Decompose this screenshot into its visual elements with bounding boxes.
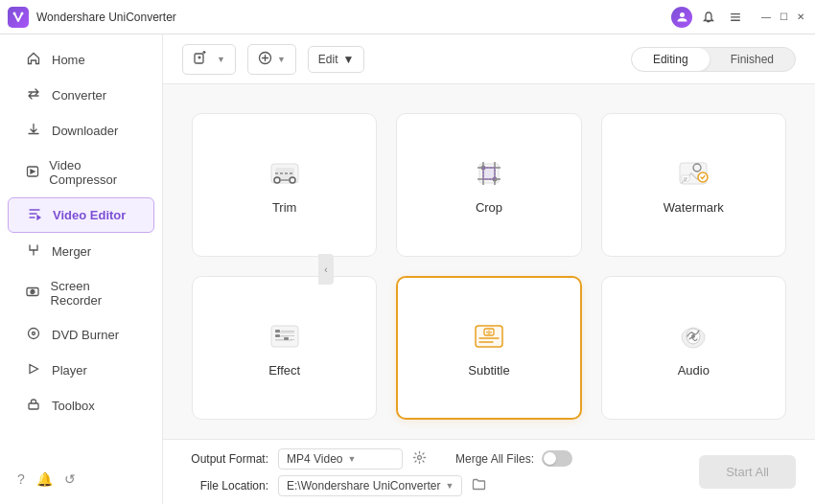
app-logo	[8, 7, 29, 28]
effect-icon	[268, 319, 302, 354]
converter-icon	[25, 87, 42, 103]
watermark-card[interactable]: Watermark	[601, 113, 786, 257]
location-chevron: ▼	[446, 481, 454, 491]
maximize-button[interactable]: ☐	[777, 11, 790, 24]
trim-card[interactable]: Trim	[192, 113, 377, 257]
title-bar: Wondershare UniConverter — ☐ ✕	[0, 0, 815, 34]
sidebar-item-label: DVD Burner	[52, 328, 119, 342]
sidebar-item-label: Merger	[52, 244, 91, 259]
tab-finished[interactable]: Finished	[710, 48, 795, 71]
user-icon[interactable]	[671, 7, 692, 28]
title-bar-right: — ☐ ✕	[671, 7, 807, 28]
close-button[interactable]: ✕	[794, 11, 807, 24]
svg-rect-12	[29, 403, 38, 409]
audio-card[interactable]: Audio	[601, 276, 786, 420]
svg-point-11	[33, 332, 35, 335]
sidebar-item-label: Home	[52, 53, 85, 67]
sidebar-item-screen-recorder[interactable]: Screen Recorder	[8, 270, 154, 316]
sidebar-item-player[interactable]: Player	[8, 354, 154, 387]
effect-card[interactable]: Effect	[192, 276, 377, 420]
subtitle-card[interactable]: Subtitle	[396, 276, 581, 420]
downloader-icon	[25, 123, 42, 139]
sidebar-item-downloader[interactable]: Downloader	[8, 114, 154, 148]
add-files-icon	[193, 51, 207, 68]
add-files-button[interactable]: ▼	[182, 44, 236, 75]
merge-label: Merge All Files:	[455, 452, 534, 466]
sidebar-item-dvd-burner[interactable]: DVD Burner	[8, 318, 154, 352]
editor-grid: Trim Crop	[163, 84, 815, 439]
add-button[interactable]: ▼	[247, 44, 296, 75]
tab-editing[interactable]: Editing	[632, 48, 710, 71]
crop-icon	[472, 156, 506, 191]
content-area: ▼ ▼ Edit ▼ Editing Finished	[163, 34, 815, 504]
merger-icon	[25, 243, 42, 260]
sidebar-collapse-button[interactable]: ‹	[318, 254, 334, 285]
menu-icon[interactable]	[725, 7, 746, 28]
svg-rect-29	[275, 334, 280, 337]
sidebar-item-home[interactable]: Home	[8, 43, 154, 77]
start-all-button[interactable]: Start All	[699, 455, 796, 489]
notification-icon[interactable]	[698, 7, 719, 28]
format-chevron: ▼	[347, 454, 356, 464]
main-layout: Home Converter Downloader	[0, 34, 815, 504]
crop-label: Crop	[476, 200, 502, 215]
dvd-burner-icon	[25, 327, 42, 343]
svg-rect-5	[731, 19, 740, 20]
watermark-icon	[676, 156, 710, 191]
output-format-label: Output Format:	[182, 452, 268, 466]
audio-label: Audio	[678, 363, 710, 378]
crop-card[interactable]: Crop	[396, 113, 581, 257]
sidebar: Home Converter Downloader	[0, 34, 163, 504]
notification-bell-icon[interactable]: 🔔	[36, 471, 53, 487]
sidebar-item-merger[interactable]: Merger	[8, 235, 154, 268]
svg-rect-30	[284, 337, 289, 340]
output-format-select[interactable]: MP4 Video ▼	[278, 448, 403, 470]
minimize-button[interactable]: —	[759, 11, 773, 24]
svg-point-0	[21, 11, 24, 14]
home-icon	[25, 52, 42, 68]
svg-point-34	[691, 334, 695, 338]
folder-icon[interactable]	[472, 477, 486, 494]
svg-point-1	[13, 11, 16, 14]
player-icon	[25, 362, 42, 378]
sidebar-item-video-editor[interactable]: Video Editor	[8, 197, 154, 233]
file-location-value: E:\Wondershare UniConverter	[287, 479, 441, 493]
add-chevron: ▼	[277, 55, 286, 64]
bottom-bar: Output Format: MP4 Video ▼ Merge All Fil…	[163, 439, 815, 504]
edit-label: Edit	[318, 53, 338, 66]
subtitle-icon	[472, 319, 506, 354]
merge-toggle-switch[interactable]	[542, 450, 572, 467]
output-format-field: Output Format: MP4 Video ▼ Merge All Fil…	[182, 448, 680, 470]
svg-rect-22	[483, 168, 495, 179]
window-controls: — ☐ ✕	[759, 11, 807, 24]
trim-label: Trim	[272, 200, 297, 215]
svg-point-9	[32, 290, 34, 292]
svg-rect-28	[275, 330, 280, 332]
feedback-icon[interactable]: ↺	[64, 471, 76, 487]
screen-recorder-icon	[25, 286, 41, 302]
sidebar-item-toolbox[interactable]: Toolbox	[8, 389, 154, 423]
sidebar-item-converter[interactable]: Converter	[8, 79, 154, 112]
sidebar-item-video-compressor[interactable]: Video Compressor	[8, 149, 154, 195]
format-settings-icon[interactable]	[412, 450, 427, 468]
trim-icon	[268, 156, 302, 191]
sidebar-item-label: Toolbox	[52, 399, 95, 413]
file-location-label: File Location:	[182, 479, 268, 493]
sidebar-item-label: Video Editor	[53, 208, 126, 222]
sidebar-bottom: ? 🔔 ↺	[0, 462, 162, 496]
audio-icon	[676, 319, 710, 354]
bottom-fields: Output Format: MP4 Video ▼ Merge All Fil…	[182, 448, 680, 496]
edit-dropdown[interactable]: Edit ▼	[308, 46, 365, 73]
svg-point-35	[418, 455, 422, 459]
tab-group: Editing Finished	[631, 47, 796, 72]
sidebar-item-label: Screen Recorder	[51, 279, 137, 308]
add-icon	[258, 51, 272, 68]
sidebar-item-label: Player	[52, 363, 87, 378]
watermark-label: Watermark	[664, 200, 724, 215]
help-icon[interactable]: ?	[17, 471, 25, 487]
file-location-select[interactable]: E:\Wondershare UniConverter ▼	[278, 475, 462, 496]
app-title: Wondershare UniConverter	[36, 11, 176, 24]
output-format-value: MP4 Video	[287, 452, 342, 466]
svg-point-2	[680, 12, 685, 17]
video-editor-icon	[26, 207, 43, 223]
